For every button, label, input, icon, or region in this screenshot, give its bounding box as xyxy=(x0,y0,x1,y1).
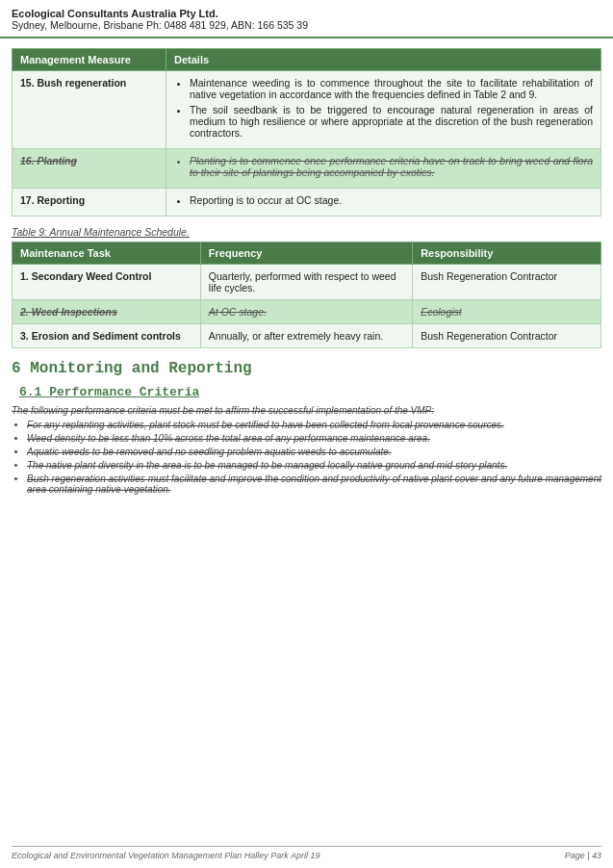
list-item: Weed density to be less than 10% across … xyxy=(27,433,601,444)
company-address: Sydney, Melbourne, Brisbane Ph: 0488 481… xyxy=(12,19,601,31)
header: Ecological Consultants Australia Pty Ltd… xyxy=(0,0,613,38)
maint-header-resp: Responsibility xyxy=(413,243,601,265)
footer-left: Ecological and Environmental Vegetation … xyxy=(12,851,320,860)
list-item: Planting is to commence once performance… xyxy=(190,155,593,178)
list-item: Maintenance weeding is to commence throu… xyxy=(190,77,593,100)
management-table: Management Measure Details 15. Bush rege… xyxy=(12,48,601,217)
list-item: The native plant diversity in the area i… xyxy=(27,460,601,471)
freq-cell: Annually, or after extremely heavy rain. xyxy=(200,324,412,348)
maint-header-freq: Frequency xyxy=(200,243,412,265)
measure-cell: 16. Planting xyxy=(13,149,166,189)
measure-cell: 17. Reporting xyxy=(13,189,166,217)
task-cell: 1. Secondary Weed Control xyxy=(13,265,201,300)
table-row: 1. Secondary Weed Control Quarterly, per… xyxy=(13,265,601,300)
table-row: 3. Erosion and Sediment controls Annuall… xyxy=(13,324,601,348)
table-row: 2. Weed Inspections At OC stage. Ecologi… xyxy=(13,300,601,324)
details-cell: Maintenance weeding is to commence throu… xyxy=(166,71,601,149)
list-item: The soil seedbank is to be triggered to … xyxy=(190,104,593,139)
criteria-intro: The following performance criteria must … xyxy=(12,405,601,416)
table-row: 16. Planting Planting is to commence onc… xyxy=(13,149,601,189)
table-row: 17. Reporting Reporting is to occur at O… xyxy=(13,189,601,217)
maintenance-table: Maintenance Task Frequency Responsibilit… xyxy=(12,242,601,348)
table-caption: Table 9: Annual Maintenance Schedule. xyxy=(12,226,601,238)
task-cell: 2. Weed Inspections xyxy=(13,300,201,324)
list-item: For any replanting activities, plant sto… xyxy=(27,420,601,430)
task-cell: 3. Erosion and Sediment controls xyxy=(13,324,201,348)
mgmt-header-details: Details xyxy=(166,49,601,71)
freq-cell: At OC stage. xyxy=(200,300,412,324)
details-cell: Planting is to commence once performance… xyxy=(166,149,601,189)
details-cell: Reporting is to occur at OC stage. xyxy=(166,189,601,217)
freq-cell: Quarterly, performed with respect to wee… xyxy=(200,265,412,300)
resp-cell: Bush Regeneration Contractor xyxy=(413,324,601,348)
criteria-list: For any replanting activities, plant sto… xyxy=(27,420,601,495)
list-item: Aquatic weeds to be removed and no seedl… xyxy=(27,447,601,457)
resp-cell: Bush Regeneration Contractor xyxy=(413,265,601,300)
section-61-heading: 6.1 Performance Criteria xyxy=(19,385,601,399)
table-row: 15. Bush regeneration Maintenance weedin… xyxy=(13,71,601,149)
page-footer: Ecological and Environmental Vegetation … xyxy=(12,846,601,860)
list-item: Reporting is to occur at OC stage. xyxy=(190,194,593,206)
company-name: Ecological Consultants Australia Pty Ltd… xyxy=(12,8,601,19)
section-6-heading: 6 Monitoring and Reporting xyxy=(12,360,601,377)
mgmt-header-measure: Management Measure xyxy=(13,49,166,71)
maint-header-task: Maintenance Task xyxy=(13,243,201,265)
measure-cell: 15. Bush regeneration xyxy=(13,71,166,149)
list-item: Bush regeneration activities must facili… xyxy=(27,473,601,495)
footer-right: Page | 43 xyxy=(565,851,601,860)
resp-cell: Ecologist xyxy=(413,300,601,324)
